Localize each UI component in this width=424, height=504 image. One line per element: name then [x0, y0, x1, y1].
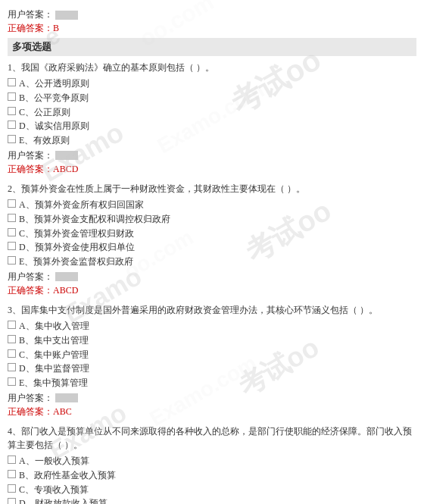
q3-option-e-text: E、集中预算管理	[19, 377, 88, 390]
prev-correct-answer: 正确答案：B	[8, 22, 416, 35]
q3-option-c[interactable]: C、集中账户管理	[8, 349, 416, 362]
q4-option-b[interactable]: B、政府性基金收入预算	[8, 469, 416, 482]
q3-correct-text: 正确答案：ABC	[8, 406, 72, 417]
q4-checkbox-c[interactable]	[8, 484, 16, 493]
q2-option-b-text: B、预算外资金支配权和调控权归政府	[19, 213, 170, 226]
q2-checkbox-c[interactable]	[8, 228, 16, 236]
q1-option-c-text: C、公正原则	[19, 106, 70, 119]
q3-checkbox-c[interactable]	[8, 349, 16, 358]
question-1: 1、我国《政府采购法》确立的基本原则包括（ ）。 A、公开透明原则 B、公平竞争…	[8, 61, 416, 176]
question-4-text: 4、部门收入是预算单位从不同来源取得的各种收入的总称，是部门行使职能的经济保障。…	[8, 424, 416, 452]
question-2-text: 2、预算外资金在性质上属于一种财政性资金，其财政性主要体现在（ ）。	[8, 182, 416, 196]
q4-checkbox-b[interactable]	[8, 470, 16, 478]
q1-correct-text: 正确答案：ABCD	[8, 164, 78, 174]
q4-option-a[interactable]: A、一般收入预算	[8, 455, 416, 468]
question-3: 3、国库集中支付制度是国外普遍采用的政府财政资金管理办法，其核心环节涵义包括（ …	[8, 303, 416, 418]
q3-option-d-text: D、集中监督管理	[19, 362, 89, 375]
question-3-text: 3、国库集中支付制度是国外普遍采用的政府财政资金管理办法，其核心环节涵义包括（ …	[8, 303, 416, 317]
section-header: 多项选题	[8, 38, 416, 56]
q2-option-e[interactable]: E、预算外资金监督权归政府	[8, 255, 416, 268]
q2-option-c[interactable]: C、预算外资金管理权归财政	[8, 227, 416, 240]
q1-option-a-text: A、公开透明原则	[19, 77, 89, 90]
q1-option-e[interactable]: E、有效原则	[8, 134, 416, 147]
q2-checkbox-a[interactable]	[8, 199, 16, 208]
question-2: 2、预算外资金在性质上属于一种财政性资金，其财政性主要体现在（ ）。 A、预算外…	[8, 182, 416, 297]
q1-option-e-text: E、有效原则	[19, 134, 70, 147]
q3-checkbox-d[interactable]	[8, 363, 16, 371]
prev-answer-blank	[55, 11, 78, 20]
q2-user-answer: 用户答案：	[8, 271, 416, 283]
q2-option-d[interactable]: D、预算外资金使用权归单位	[8, 241, 416, 254]
q3-user-answer-label: 用户答案：	[8, 392, 53, 405]
q1-option-d-text: D、诚实信用原则	[19, 120, 89, 133]
q1-option-a[interactable]: A、公开透明原则	[8, 77, 416, 90]
q3-correct-answer: 正确答案：ABC	[8, 405, 416, 418]
q3-option-a[interactable]: A、集中收入管理	[8, 320, 416, 333]
prev-user-answer-label: 用户答案：	[8, 8, 53, 21]
q3-option-a-text: A、集中收入管理	[19, 320, 89, 333]
q1-user-answer: 用户答案：	[8, 149, 416, 162]
q2-answer-blank	[55, 272, 78, 281]
q1-checkbox-d[interactable]	[8, 121, 16, 129]
q2-option-a-text: A、预算外资金所有权归回国家	[19, 199, 144, 211]
q4-option-a-text: A、一般收入预算	[19, 455, 89, 468]
q2-checkbox-d[interactable]	[8, 242, 16, 250]
q1-option-b-text: B、公平竞争原则	[19, 92, 89, 105]
q1-checkbox-b[interactable]	[8, 92, 16, 101]
q1-option-b[interactable]: B、公平竞争原则	[8, 92, 416, 105]
q3-option-e[interactable]: E、集中预算管理	[8, 377, 416, 390]
q3-user-answer: 用户答案：	[8, 392, 416, 405]
q1-option-d[interactable]: D、诚实信用原则	[8, 120, 416, 133]
q3-checkbox-a[interactable]	[8, 321, 16, 329]
q4-option-c-text: C、专项收入预算	[19, 484, 89, 496]
q2-checkbox-e[interactable]	[8, 256, 16, 265]
q1-option-c[interactable]: C、公正原则	[8, 106, 416, 119]
q4-option-d-text: D、财政放款收入预算	[19, 497, 108, 504]
q2-option-b[interactable]: B、预算外资金支配权和调控权归政府	[8, 213, 416, 226]
q2-option-c-text: C、预算外资金管理权归财政	[19, 227, 134, 240]
q4-checkbox-d[interactable]	[8, 498, 16, 504]
q3-option-b-text: B、集中支出管理	[19, 334, 89, 347]
q1-correct-answer: 正确答案：ABCD	[8, 163, 416, 176]
page-container: e 考试oo Examo 考试oo Examo 考试oo Examo oo.co…	[0, 0, 424, 504]
prev-correct-text: 正确答案：B	[8, 23, 59, 33]
q1-checkbox-a[interactable]	[8, 78, 16, 86]
q4-option-b-text: B、政府性基金收入预算	[19, 469, 116, 482]
q4-checkbox-a[interactable]	[8, 455, 16, 464]
q2-option-e-text: E、预算外资金监督权归政府	[19, 255, 133, 268]
q1-user-answer-label: 用户答案：	[8, 149, 53, 162]
q3-option-d[interactable]: D、集中监督管理	[8, 362, 416, 375]
q3-option-c-text: C、集中账户管理	[19, 349, 89, 362]
q3-answer-blank	[55, 393, 78, 402]
q2-user-answer-label: 用户答案：	[8, 271, 53, 283]
q2-option-a[interactable]: A、预算外资金所有权归回国家	[8, 199, 416, 211]
q2-correct-answer: 正确答案：ABCD	[8, 284, 416, 297]
q1-checkbox-c[interactable]	[8, 107, 16, 115]
q4-option-c[interactable]: C、专项收入预算	[8, 484, 416, 496]
q1-checkbox-e[interactable]	[8, 135, 16, 143]
q3-option-b[interactable]: B、集中支出管理	[8, 334, 416, 347]
q1-answer-blank	[55, 151, 78, 160]
q3-checkbox-b[interactable]	[8, 335, 16, 343]
question-4: 4、部门收入是预算单位从不同来源取得的各种收入的总称，是部门行使职能的经济保障。…	[8, 424, 416, 504]
q2-correct-text: 正确答案：ABCD	[8, 285, 78, 296]
question-1-text: 1、我国《政府采购法》确立的基本原则包括（ ）。	[8, 61, 416, 74]
q2-option-d-text: D、预算外资金使用权归单位	[19, 241, 135, 254]
q4-option-d[interactable]: D、财政放款收入预算	[8, 497, 416, 504]
prev-user-answer: 用户答案：	[8, 8, 416, 21]
q3-checkbox-e[interactable]	[8, 377, 16, 386]
q2-checkbox-b[interactable]	[8, 214, 16, 222]
